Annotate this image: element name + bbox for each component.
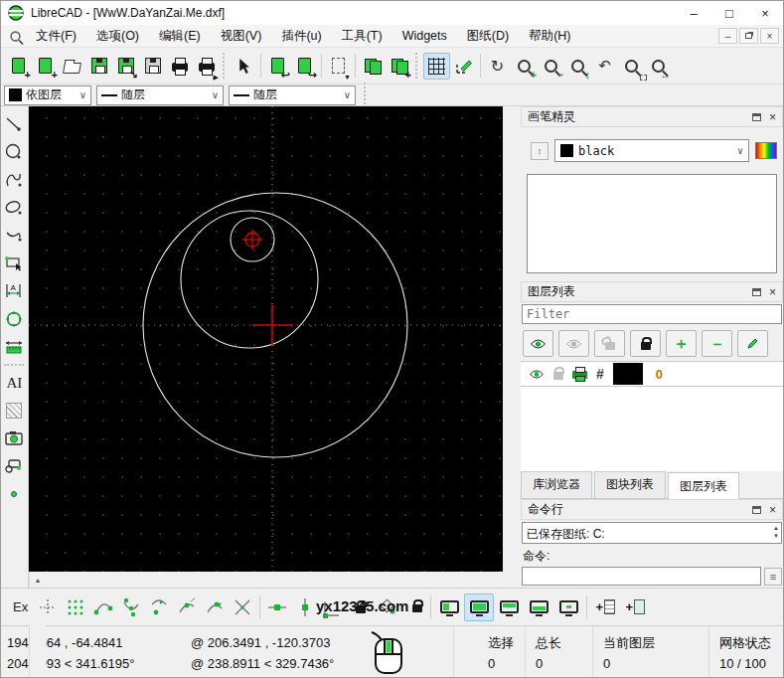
mdi-child-icon[interactable]	[10, 31, 20, 41]
zoom-previous-button[interactable]: ↶	[591, 53, 618, 80]
restrict-vertical-button[interactable]	[291, 593, 319, 621]
dock-top-toggle-button[interactable]	[494, 593, 524, 621]
command-menu-button[interactable]: ≡	[764, 568, 782, 586]
remove-layer-button[interactable]: －	[702, 330, 732, 357]
select-pointer-button[interactable]	[231, 53, 257, 80]
ellipse-tool-button[interactable]	[1, 194, 27, 222]
edit-layer-button[interactable]	[737, 330, 768, 357]
snap-intersection-button[interactable]	[229, 593, 256, 621]
menu-tools[interactable]: 工具(T)	[332, 25, 392, 48]
spin-up-icon[interactable]: ▲	[773, 524, 779, 532]
measure-tool-button[interactable]	[1, 333, 27, 361]
dock-left-toggle-button[interactable]	[434, 593, 464, 621]
save-button[interactable]	[85, 53, 112, 80]
mdi-minimize-button[interactable]: –	[718, 28, 737, 44]
print-preview-button[interactable]: ▶	[193, 53, 220, 80]
add-widget-button[interactable]: +	[620, 593, 650, 621]
close-button[interactable]: ×	[747, 1, 783, 25]
window-cascade-button[interactable]	[359, 53, 386, 80]
pen-toggle-button[interactable]: ↕	[531, 142, 549, 160]
toolbar-handle[interactable]	[223, 53, 228, 79]
zoom-out-button[interactable]: −	[538, 53, 564, 80]
image-tool-button[interactable]	[1, 424, 27, 452]
curve-tool-button[interactable]	[1, 166, 27, 194]
dock-float-toggle-button[interactable]	[553, 593, 583, 621]
float-panel-icon[interactable]	[752, 113, 761, 121]
zoom-auto-button[interactable]: ↕	[564, 53, 591, 80]
circle-tool-button[interactable]	[1, 138, 27, 166]
width-dropdown[interactable]: 随层 ∨	[96, 85, 224, 105]
snap-middle-button[interactable]	[173, 593, 201, 621]
block-tool-button[interactable]	[1, 452, 27, 480]
open-file-button[interactable]	[59, 53, 85, 80]
snap-free-button[interactable]	[34, 593, 62, 621]
snap-grid-button[interactable]	[62, 593, 89, 621]
text-tool-button[interactable]: AI	[1, 369, 27, 397]
menu-file[interactable]: 文件(F)	[26, 25, 86, 48]
dock-right-toggle-button[interactable]	[464, 593, 494, 621]
draft-toggle-button[interactable]	[450, 53, 477, 80]
snap-distance-button[interactable]	[201, 593, 229, 621]
scroll-up-arrow[interactable]: ▲	[30, 572, 46, 588]
new-from-template-button[interactable]: +	[32, 53, 59, 80]
layer-print-icon[interactable]	[572, 371, 587, 379]
menu-plugins[interactable]: 插件(u)	[271, 25, 331, 48]
spin-down-icon[interactable]: ▼	[773, 532, 779, 540]
linetype-dropdown[interactable]: 随层 ∨	[229, 85, 356, 105]
menu-edit[interactable]: 编辑(E)	[149, 25, 211, 48]
window-new-button[interactable]: +	[386, 53, 412, 80]
paste-button[interactable]: ▼	[325, 53, 352, 80]
command-input[interactable]	[522, 567, 761, 586]
snap-center-button[interactable]	[145, 593, 173, 621]
tab-library-browser[interactable]: 库浏览器	[521, 471, 592, 498]
line-tool-button[interactable]	[1, 110, 27, 138]
toolbar-handle[interactable]	[364, 83, 369, 108]
history-scroll-spinner[interactable]: ▲▼	[771, 523, 781, 542]
close-panel-icon[interactable]: ×	[769, 111, 776, 123]
layer-lock-icon[interactable]	[553, 372, 563, 380]
layer-color-swatch[interactable]	[613, 363, 643, 385]
pen-wizard-list[interactable]	[527, 174, 777, 273]
menu-help[interactable]: 帮助(H)	[519, 25, 580, 48]
print-button[interactable]	[166, 53, 193, 80]
hide-all-layers-button[interactable]	[558, 330, 589, 357]
save-as-button[interactable]: ↘	[112, 53, 139, 80]
show-all-layers-button[interactable]	[523, 330, 553, 357]
add-toolbar-button[interactable]: +	[590, 593, 620, 621]
polyline-tool-button[interactable]	[1, 222, 27, 250]
tab-layer-list[interactable]: 图层列表	[668, 472, 739, 499]
layer-filter-input[interactable]	[522, 304, 782, 324]
color-dropdown[interactable]: 依图层 ∨	[4, 85, 91, 105]
mdi-restore-button[interactable]	[739, 28, 758, 44]
zoom-window-button[interactable]	[618, 53, 645, 80]
dimension-tool-button[interactable]: A	[1, 277, 27, 305]
minimize-button[interactable]: –	[676, 1, 711, 25]
redraw-button[interactable]: ↻	[484, 53, 511, 80]
snap-endpoint-button[interactable]	[89, 593, 117, 621]
layer-construction-icon[interactable]: #	[596, 366, 604, 382]
add-layer-button[interactable]: ＋	[666, 330, 697, 357]
exclusive-snap-button[interactable]: Ex	[7, 599, 34, 614]
dock-bottom-toggle-button[interactable]	[524, 593, 553, 621]
close-panel-icon[interactable]: ×	[769, 504, 776, 516]
float-panel-icon[interactable]	[752, 506, 761, 514]
grid-toggle-button[interactable]	[423, 53, 450, 80]
undo-button[interactable]: ↩	[264, 53, 291, 80]
snap-entity-button[interactable]	[117, 593, 145, 621]
point-tool-button[interactable]	[1, 480, 27, 508]
float-panel-icon[interactable]	[752, 288, 761, 296]
new-file-button[interactable]: +	[5, 53, 32, 80]
tab-block-list[interactable]: 图块列表	[594, 471, 666, 498]
unlock-all-layers-button[interactable]	[594, 330, 625, 357]
save-all-button[interactable]	[139, 53, 166, 80]
zoom-in-button[interactable]: +	[511, 53, 538, 80]
hatch-tool-button[interactable]	[1, 397, 27, 424]
drawing-canvas[interactable]	[29, 106, 503, 572]
layer-visible-icon[interactable]	[529, 369, 545, 380]
zoom-pan-button[interactable]: ↔	[645, 53, 672, 80]
menu-widgets[interactable]: Widgets	[392, 26, 457, 46]
maximize-button[interactable]: □	[711, 1, 747, 25]
color-palette-button[interactable]	[755, 142, 777, 159]
toolbar-handle[interactable]	[415, 53, 420, 79]
mdi-close-button[interactable]: ×	[760, 28, 779, 44]
